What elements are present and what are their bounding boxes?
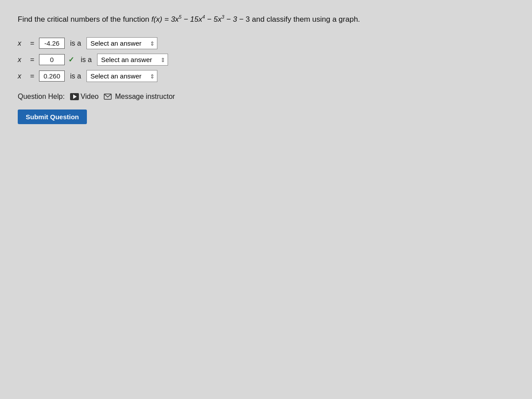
submit-question-button[interactable]: Submit Question <box>18 110 87 124</box>
select-wrapper-1[interactable]: Select an answer a local minimum a local… <box>86 37 157 49</box>
select-answer-2[interactable]: Select an answer a local minimum a local… <box>97 54 168 66</box>
function-formula: f(x) = 3x5 − 15x4 − 5x3 − 3 <box>151 15 239 23</box>
message-instructor-label: Message instructor <box>115 93 175 101</box>
value-box-1: -4.26 <box>39 38 65 49</box>
check-mark-2: ✓ <box>68 55 75 64</box>
page-container: Find the critical numbers of the functio… <box>0 0 532 399</box>
value-box-2: 0 <box>39 54 65 65</box>
is-a-3: is a <box>70 72 81 80</box>
answer-rows: x = -4.26 is a Select an answer a local … <box>18 37 514 82</box>
x-label-3: x <box>18 72 27 80</box>
answer-row-2: x = 0 ✓ is a Select an answer a local mi… <box>18 54 514 66</box>
answer-row-1: x = -4.26 is a Select an answer a local … <box>18 37 514 49</box>
x-label-2: x <box>18 56 27 64</box>
select-wrapper-2[interactable]: Select an answer a local minimum a local… <box>97 54 168 66</box>
answer-row-3: x = 0.260 is a Select an answer a local … <box>18 70 514 82</box>
is-a-1: is a <box>70 39 81 47</box>
video-link[interactable]: Video <box>70 93 99 101</box>
equals-1: = <box>30 39 35 47</box>
equals-3: = <box>30 72 35 80</box>
is-a-2: is a <box>81 56 92 64</box>
video-icon <box>70 93 79 100</box>
question-help-label: Question Help: <box>18 93 65 101</box>
select-wrapper-3[interactable]: Select an answer a local minimum a local… <box>86 70 157 82</box>
question-suffix: − 3 and classify them using a graph. <box>239 15 360 23</box>
value-box-3: 0.260 <box>39 70 65 82</box>
mail-icon <box>104 94 112 100</box>
message-instructor-link[interactable]: Message instructor <box>104 93 175 101</box>
select-answer-3[interactable]: Select an answer a local minimum a local… <box>86 70 157 82</box>
x-label-1: x <box>18 39 27 47</box>
question-text: Find the critical numbers of the functio… <box>18 13 514 25</box>
question-prefix: Find the critical numbers of the functio… <box>18 15 151 23</box>
equals-2: = <box>30 56 35 64</box>
select-answer-1[interactable]: Select an answer a local minimum a local… <box>86 37 157 49</box>
video-label: Video <box>81 93 99 101</box>
question-help: Question Help: Video Message instructor <box>18 93 514 101</box>
